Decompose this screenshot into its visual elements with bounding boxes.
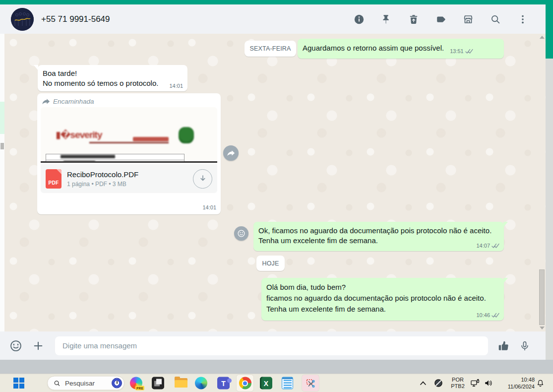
right-edge-accent — [546, 0, 553, 59]
window-top-accent — [0, 0, 553, 4]
label-icon[interactable] — [435, 13, 447, 25]
menu-kebab-icon[interactable] — [517, 13, 529, 25]
chatlist-selected-edge — [0, 102, 4, 134]
search-highlight-icon[interactable] — [112, 378, 122, 389]
window-bottom-edge — [0, 360, 553, 374]
tray-chevron[interactable] — [420, 381, 427, 386]
tray-network-icon[interactable] — [470, 378, 480, 388]
file-attachment-row[interactable]: PDF ReciboProtocolo.PDF 1 página • PDF •… — [41, 164, 217, 193]
message-out-2[interactable]: Ok, ficamos no aguardo da documentação p… — [253, 222, 504, 251]
dark-window-icon — [152, 377, 164, 390]
clock-time: 10:48 — [521, 376, 535, 383]
microphone-icon[interactable] — [518, 339, 531, 352]
contact-phone-title[interactable]: +55 71 9991-5649 — [41, 14, 110, 24]
document-preview[interactable]: ▮�severity — [41, 107, 217, 163]
message-time: 14:07 — [476, 243, 490, 249]
download-icon — [198, 174, 207, 183]
info-icon[interactable] — [353, 13, 365, 25]
message-text-line2: ficamos no aguardo da documentação pois … — [266, 293, 499, 304]
preview-redtext-blur — [133, 137, 169, 141]
message-meta: 13:51 — [450, 48, 473, 54]
copilot-icon: PRE — [130, 377, 142, 390]
chatlist-scroll-thumb[interactable] — [0, 143, 4, 149]
message-composer — [0, 331, 546, 360]
message-input[interactable] — [55, 336, 488, 355]
tray-notifications-bell[interactable] — [536, 379, 545, 388]
message-text-line3: Tenha um excelente fim de semana. — [266, 304, 499, 315]
taskbar-chrome[interactable] — [237, 375, 253, 392]
chrome-icon — [239, 377, 251, 390]
message-out-1[interactable]: Aguardamos o retorno assim que possível.… — [298, 39, 504, 59]
attach-plus-icon[interactable] — [32, 339, 45, 352]
message-time: 14:01 — [202, 204, 216, 210]
header-actions — [353, 13, 529, 25]
tray-volume-icon[interactable] — [484, 378, 493, 388]
preview-text-blur — [61, 155, 115, 158]
chat-header: +55 71 9991-5649 — [0, 4, 546, 34]
emoji-picker-icon[interactable] — [9, 339, 23, 353]
download-button[interactable] — [193, 169, 212, 189]
message-out-3[interactable]: Olá bom dia, tudo bem? ficamos no aguard… — [261, 278, 504, 321]
teams-icon: T — [217, 377, 230, 390]
smiley-icon — [237, 229, 246, 238]
taskbar-excel[interactable]: X — [260, 377, 272, 390]
preview-divider — [41, 161, 217, 163]
search-icon[interactable] — [490, 13, 501, 25]
taskbar-teams[interactable]: T — [217, 377, 230, 390]
tray-language[interactable]: POR PTB2 — [448, 377, 468, 390]
storefront-icon[interactable] — [462, 13, 474, 25]
tray-clock[interactable]: 10:48 11/06/2024 — [495, 376, 535, 390]
taskbar-edge[interactable] — [195, 377, 207, 390]
taskbar-search[interactable] — [47, 376, 124, 391]
message-time: 10:46 — [476, 312, 490, 318]
snipping-tool-icon — [305, 378, 316, 389]
message-meta: 10:46 — [476, 312, 499, 318]
screen: +55 71 9991-5649 — [0, 0, 553, 392]
thumbs-up-icon[interactable] — [496, 338, 511, 353]
start-button[interactable] — [13, 378, 24, 389]
message-text-line1: Olá bom dia, tudo bem? — [266, 282, 499, 293]
message-meta: 14:01 — [202, 204, 216, 210]
taskbar-snipping-tool[interactable] — [302, 375, 319, 392]
taskbar-app-dark-window[interactable] — [152, 377, 164, 390]
message-in-1[interactable]: Boa tarde! No momento só temos o protoco… — [38, 65, 187, 91]
whatsapp-window: +55 71 9991-5649 — [0, 4, 546, 360]
forward-arrow-icon — [227, 150, 235, 157]
message-time: 13:51 — [450, 48, 464, 54]
windows-taskbar: PRE T X — [0, 374, 553, 392]
trash-archive-icon[interactable] — [408, 13, 420, 25]
scroll-up-arrow[interactable] — [540, 36, 545, 39]
scroll-down-arrow[interactable] — [540, 327, 545, 329]
contact-avatar[interactable] — [11, 8, 34, 31]
message-text-line1: Ok, ficamos no aguardo da documentação p… — [258, 226, 499, 236]
taskbar-file-explorer[interactable] — [175, 378, 187, 388]
chat-scrollbar-thumb[interactable] — [539, 269, 545, 325]
preview-logo-blur: ▮�severity — [56, 129, 93, 140]
double-check-icon — [492, 313, 499, 318]
pdf-label: PDF — [46, 180, 61, 186]
taskbar-copilot[interactable]: PRE — [130, 377, 142, 390]
react-emoji-button[interactable] — [234, 226, 248, 241]
message-text-line2: No momento só temos o protocolo. — [43, 78, 183, 88]
forwarded-icon — [42, 98, 50, 105]
taskbar-search-input[interactable] — [65, 380, 110, 387]
excel-letter: X — [264, 379, 268, 387]
copilot-pre-badge: PRE — [135, 386, 144, 391]
double-check-icon — [465, 49, 473, 54]
preview-rule-blur — [89, 142, 169, 143]
clock-date: 11/06/2024 — [508, 383, 535, 390]
double-check-icon — [492, 243, 499, 249]
file-name: ReciboProtocolo.PDF — [67, 170, 138, 179]
tray-muted-icon[interactable] — [433, 378, 443, 388]
forwarded-row: Encaminhada — [41, 97, 217, 107]
date-badge-friday: SEXTA-FEIRA — [245, 41, 296, 57]
preview-emblem-blur — [179, 127, 194, 143]
pin-icon[interactable] — [380, 13, 392, 25]
message-text-line1: Boa tarde! — [43, 68, 183, 78]
message-in-document[interactable]: Encaminhada ▮�severity PDF — [37, 93, 221, 214]
taskbar-notepad[interactable] — [282, 377, 293, 390]
message-time: 14:01 — [169, 83, 183, 89]
message-text-line2: Tenha um excelente fim de semana. — [258, 236, 499, 246]
pdf-file-icon: PDF — [46, 169, 61, 189]
forward-message-button[interactable] — [223, 145, 239, 161]
